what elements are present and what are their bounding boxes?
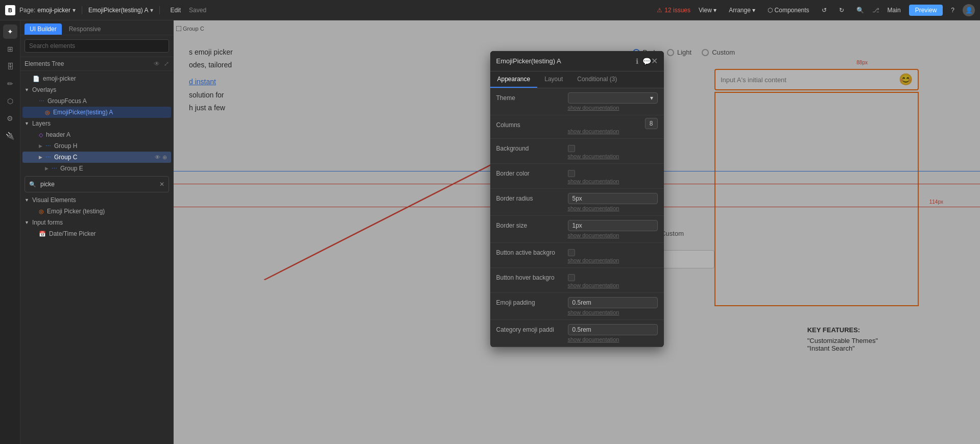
file-icon: 📄	[33, 76, 40, 82]
prop-border-color-right: show documentation	[568, 168, 658, 188]
tree-item-emoji-picker-testing[interactable]: ◎ Emoji Picker (testing)	[22, 206, 171, 217]
columns-doc-link[interactable]: show documentation	[568, 127, 658, 138]
input-forms-section-header[interactable]: ▼ Input forms	[20, 217, 173, 228]
modal-tab-conditional[interactable]: Conditional (3)	[570, 71, 624, 88]
edit-button[interactable]: Edit	[166, 5, 185, 15]
elements-tree: 📄 emoji-picker ▼ Overlays ⋯ GroupFocus A…	[20, 71, 173, 241]
elements-tree-label: Elements Tree	[25, 60, 64, 67]
prop-emoji-padding-right: show documentation	[568, 297, 658, 319]
prop-emoji-padding-section: Emoji padding show documentation	[490, 293, 664, 320]
main-button[interactable]: Main	[883, 5, 905, 15]
tree-item-emoji-picker-testing-a[interactable]: ◎ EmojiPicker(testing) A	[22, 107, 171, 118]
tree-item-header-a[interactable]: ◇ header A	[22, 129, 171, 140]
category-emoji-doc-link[interactable]: show documentation	[568, 335, 658, 347]
expand-icon[interactable]: ⤢	[164, 60, 169, 67]
tree-item-datetime-picker[interactable]: 📅 Date/Time Picker	[22, 228, 171, 239]
logo: B	[5, 5, 15, 15]
prop-background-section: Background show documentation	[490, 139, 664, 164]
border-size-doc-link[interactable]: show documentation	[568, 231, 658, 242]
modal-chat-button[interactable]: 💬	[642, 57, 651, 65]
dropdown-arrow: ▾	[650, 94, 653, 102]
topbar-right: View ▾ Arrange ▾ ⬡ Components ↺ ↻ 🔍 ⎇ Ma…	[695, 4, 975, 16]
button-active-checkbox[interactable]	[568, 249, 575, 256]
view-button[interactable]: View ▾	[695, 5, 721, 15]
tree-item-emoji-picker[interactable]: 📄 emoji-picker	[22, 73, 171, 84]
emoji-padding-doc-link[interactable]: show documentation	[568, 308, 658, 319]
divider-2	[159, 6, 160, 14]
prop-border-size-label: Border size	[496, 220, 568, 229]
button-active-doc-link[interactable]: show documentation	[568, 256, 658, 267]
issues-badge[interactable]: ⚠ 12 issues	[657, 7, 690, 14]
background-doc-link[interactable]: show documentation	[568, 152, 658, 163]
tab-responsive[interactable]: Responsive	[64, 23, 106, 35]
layers-section-header[interactable]: ▼ Layers	[20, 118, 173, 129]
tree-item-group-focus-a[interactable]: ⋯ GroupFocus A	[22, 95, 171, 107]
calendar-icon: 📅	[39, 231, 46, 237]
prop-theme-section: Theme ▾ show documentation	[490, 88, 664, 115]
search-filter-row: 🔍 ✕	[25, 176, 169, 192]
border-size-input[interactable]	[568, 220, 658, 231]
background-checkbox[interactable]	[568, 145, 575, 152]
arrange-button[interactable]: Arrange ▾	[725, 5, 759, 15]
undo-button[interactable]: ↺	[818, 5, 831, 15]
columns-value[interactable]: 8	[645, 118, 658, 129]
header-a-label: header A	[46, 131, 70, 138]
tree-item-group-c[interactable]: ▶ ⋯ Group C 👁 ⊕	[22, 152, 171, 163]
page-section: Page: emoji-picker ▾	[19, 7, 76, 14]
modal-close-button[interactable]: ✕	[651, 56, 658, 66]
modal-tab-appearance[interactable]: Appearance	[490, 71, 538, 88]
search-filter-input[interactable]	[38, 179, 157, 190]
component-button[interactable]: ⬡	[3, 94, 17, 108]
prop-category-emoji-label: Category emoji paddi	[496, 324, 568, 333]
theme-dropdown[interactable]: ▾	[568, 92, 658, 104]
left-panel: UI Builder Responsive Elements Tree 👁 ⤢ …	[20, 20, 174, 444]
border-radius-input[interactable]	[568, 193, 658, 204]
copy-icon-c[interactable]: ⊕	[162, 154, 167, 161]
prop-button-active-row: Button active backgro show documentation	[490, 243, 664, 267]
cursor-tool-button[interactable]: ✦	[3, 24, 17, 39]
plugin-button[interactable]: 🔌	[3, 129, 17, 143]
arrow-icon-if: ▼	[25, 220, 29, 225]
border-color-checkbox[interactable]	[568, 170, 575, 177]
page-name[interactable]: emoji-picker	[37, 7, 70, 14]
modal-tab-layout[interactable]: Layout	[537, 71, 570, 88]
theme-doc-link[interactable]: show documentation	[568, 104, 658, 115]
modal-info-button[interactable]: ℹ	[636, 57, 638, 65]
page-dropdown-icon[interactable]: ▾	[73, 7, 76, 14]
tab-ui-builder[interactable]: UI Builder	[25, 23, 62, 35]
property-modal: EmojiPicker(testing) A ℹ 💬 ✕ Appearance …	[490, 51, 664, 347]
category-emoji-input[interactable]	[568, 324, 658, 335]
border-radius-doc-link[interactable]: show documentation	[568, 204, 658, 215]
prop-button-hover-label: Button hover backgro	[496, 272, 568, 281]
redo-button[interactable]: ↻	[835, 5, 848, 15]
search-button[interactable]: 🔍	[852, 5, 868, 15]
editor-name[interactable]: EmojiPicker(testing) A	[88, 7, 148, 14]
search-elements-input[interactable]	[25, 39, 169, 53]
clear-search-button[interactable]: ✕	[159, 181, 164, 188]
main-layout: ✦ ⊞ 🗄 ✏ ⬡ ⚙ 🔌 UI Builder Responsive Elem…	[0, 20, 980, 444]
pencil-button[interactable]: ✏	[3, 77, 17, 91]
database-button[interactable]: 🗄	[3, 59, 17, 73]
prop-button-active-section: Button active backgro show documentation	[490, 243, 664, 268]
avatar-button[interactable]: 👤	[963, 4, 975, 16]
prop-columns-label: Columns	[496, 119, 568, 129]
emoji-picker-icon: ◎	[45, 109, 50, 116]
tree-item-group-e[interactable]: ▶ ⋯ Group E	[22, 163, 171, 174]
border-color-doc-link[interactable]: show documentation	[568, 177, 658, 188]
preview-button[interactable]: Preview	[909, 5, 943, 16]
layers-button[interactable]: ⊞	[3, 42, 17, 56]
button-hover-doc-link[interactable]: show documentation	[568, 281, 658, 292]
topbar: B Page: emoji-picker ▾ EmojiPicker(testi…	[0, 0, 980, 20]
emoji-padding-input[interactable]	[568, 297, 658, 308]
arrow-icon: ▼	[25, 87, 29, 92]
overlays-section-header[interactable]: ▼ Overlays	[20, 84, 173, 95]
components-button[interactable]: ⬡ Components	[763, 5, 813, 15]
help-button[interactable]: ?	[947, 5, 959, 15]
visual-elements-section-header[interactable]: ▼ Visual Elements	[20, 194, 173, 206]
editor-dropdown-icon[interactable]: ▾	[150, 7, 153, 14]
tree-item-group-h[interactable]: ▶ ⋯ Group H	[22, 140, 171, 152]
settings-button[interactable]: ⚙	[3, 111, 17, 126]
visibility-toggle[interactable]: 👁	[154, 60, 160, 67]
button-hover-checkbox[interactable]	[568, 274, 575, 281]
visibility-icon-c[interactable]: 👁	[155, 154, 160, 160]
